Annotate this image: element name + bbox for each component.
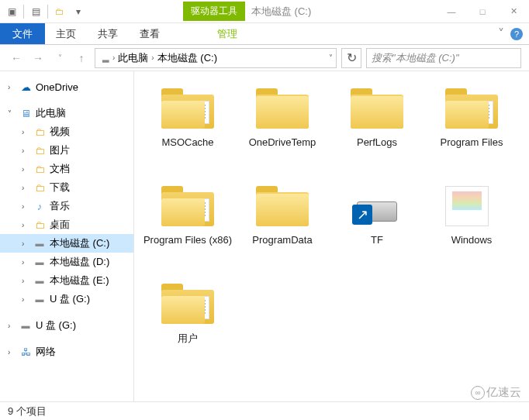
separator [47,5,48,19]
chevron-right-icon[interactable]: › [22,221,29,229]
recent-dropdown-icon[interactable]: ˅ [51,50,68,67]
minimize-button[interactable]: — [436,0,467,23]
music-folder-icon: ♪ [33,199,47,213]
tab-view[interactable]: 查看 [129,23,171,44]
file-list[interactable]: MSOCacheOneDriveTempPerfLogsProgram File… [134,71,529,401]
nav-downloads[interactable]: › 🗀 下载 [0,178,133,197]
nav-usb-disk[interactable]: › ▬ U 盘 (G:) [0,316,133,335]
new-folder-icon[interactable]: 🗀 [51,3,68,20]
search-placeholder: 搜索"本地磁盘 (C:)" [372,51,459,65]
window-title: 本地磁盘 (C:) [251,5,311,19]
nav-onedrive[interactable]: › ☁ OneDrive [0,77,133,96]
item-label: ProgramData [252,234,312,246]
chevron-right-icon[interactable]: › [8,348,16,356]
item-label: Program Files [441,136,503,148]
address-bar: ← → ˅ ↑ ▂ › 此电脑 › 本地磁盘 (C:) ˅ ↻ 搜索"本地磁盘 … [0,45,529,71]
ribbon-right: ˅ ? [498,23,529,44]
nav-network[interactable]: › 🖧 网络 [0,343,133,361]
qat-customize-icon[interactable]: ▾ [70,3,87,20]
forward-button[interactable]: → [29,50,47,67]
nav-label: 文档 [50,162,70,176]
watermark-text: 亿速云 [486,385,521,400]
address-dropdown-icon[interactable]: ˅ [329,53,333,62]
app-icon[interactable]: ▣ [3,3,20,20]
chevron-right-icon[interactable]: › [22,239,29,248]
nav-music[interactable]: › ♪ 音乐 [0,197,133,215]
file-item[interactable]: ↗TF [331,181,423,274]
separator [23,5,24,19]
chevron-right-icon[interactable]: › [8,322,16,330]
folder-docs-icon [161,88,214,132]
drive-icon: ▬ [33,255,47,269]
tab-manage[interactable]: 管理 [206,23,248,44]
item-label: Program Files (x86) [143,234,232,246]
nav-label: OneDrive [36,81,78,93]
nav-label: 下载 [50,181,70,195]
nav-local-disk-d[interactable]: › ▬ 本地磁盘 (D:) [0,253,133,271]
quick-access-toolbar: ▣ ▤ 🗀 ▾ [0,3,90,20]
drive-icon: ▂ [99,51,112,65]
properties-icon[interactable]: ▤ [27,3,44,20]
nav-label: 图片 [50,143,70,157]
item-label: TF [371,234,383,246]
nav-documents[interactable]: › 🗀 文档 [0,160,133,178]
chevron-right-icon[interactable]: › [8,83,16,91]
nav-label: U 盘 (G:) [50,292,90,306]
chevron-right-icon[interactable]: › [22,258,29,267]
chevron-right-icon[interactable]: › [22,146,29,155]
chevron-right-icon[interactable]: › [22,202,29,211]
breadcrumb-box[interactable]: ▂ › 此电脑 › 本地磁盘 (C:) ˅ [95,48,337,68]
up-button[interactable]: ↑ [73,50,90,67]
chevron-right-icon[interactable]: › [22,277,29,285]
folder-docs-icon [445,88,498,132]
nav-pictures[interactable]: › 🗀 图片 [0,141,133,160]
title-bar: ▣ ▤ 🗀 ▾ 驱动器工具 本地磁盘 (C:) — □ ✕ [0,0,529,23]
file-item[interactable]: OneDriveTemp [237,84,328,177]
nav-videos[interactable]: › 🗀 视频 [0,122,133,141]
nav-desktop[interactable]: › 🗀 桌面 [0,215,133,234]
chevron-right-icon[interactable]: › [22,184,29,192]
nav-local-disk-e[interactable]: › ▬ 本地磁盘 (E:) [0,271,133,290]
nav-label: 视频 [50,125,70,139]
close-button[interactable]: ✕ [498,0,529,23]
chevron-down-icon[interactable]: ˅ [8,109,16,118]
nav-this-pc[interactable]: ˅ 🖥 此电脑 [0,104,133,122]
file-item[interactable]: Program Files [426,84,517,177]
maximize-button[interactable]: □ [467,0,498,23]
tab-home[interactable]: 主页 [45,23,87,44]
ribbon-tabs: 文件 主页 共享 查看 管理 ˅ ? [0,23,529,45]
windows-icon [445,186,498,229]
file-item[interactable]: Windows [426,181,517,274]
file-item[interactable]: Program Files (x86) [142,181,233,274]
item-label: PerfLogs [357,136,397,148]
folder-icon [351,88,403,132]
downloads-folder-icon: 🗀 [33,181,47,195]
file-item[interactable]: PerfLogs [331,84,423,177]
desktop-folder-icon: 🗀 [33,218,47,232]
breadcrumb-pc[interactable]: 此电脑 [115,51,151,65]
file-item[interactable]: 用户 [142,279,233,372]
nav-local-disk-c[interactable]: › ▬ 本地磁盘 (C:) [0,234,133,253]
watermark-logo-icon: ∞ [471,386,485,400]
breadcrumb-drive[interactable]: 本地磁盘 (C:) [154,51,220,65]
documents-folder-icon: 🗀 [33,162,47,176]
refresh-button[interactable]: ↻ [341,48,361,68]
expand-ribbon-icon[interactable]: ˅ [498,26,504,41]
computer-icon: 🖥 [19,106,33,120]
nav-label: 本地磁盘 (D:) [50,255,109,269]
help-icon[interactable]: ? [510,28,523,40]
ribbon-context-tab[interactable]: 驱动器工具 [183,2,245,21]
explorer-body: › ☁ OneDrive ˅ 🖥 此电脑 › 🗀 视频 › 🗀 图片 [0,71,529,401]
nav-label: 网络 [36,345,56,359]
file-item[interactable]: ProgramData [237,181,328,274]
chevron-right-icon[interactable]: › [22,165,29,174]
back-button[interactable]: ← [8,50,25,67]
folder-icon [256,88,309,132]
chevron-right-icon[interactable]: › [22,128,29,136]
tab-share[interactable]: 共享 [87,23,129,44]
nav-usb-disk-g[interactable]: › ▬ U 盘 (G:) [0,290,133,308]
file-item[interactable]: MSOCache [142,84,233,177]
chevron-right-icon[interactable]: › [22,295,29,304]
tab-file[interactable]: 文件 [0,23,45,44]
search-input[interactable]: 搜索"本地磁盘 (C:)" [366,48,521,68]
